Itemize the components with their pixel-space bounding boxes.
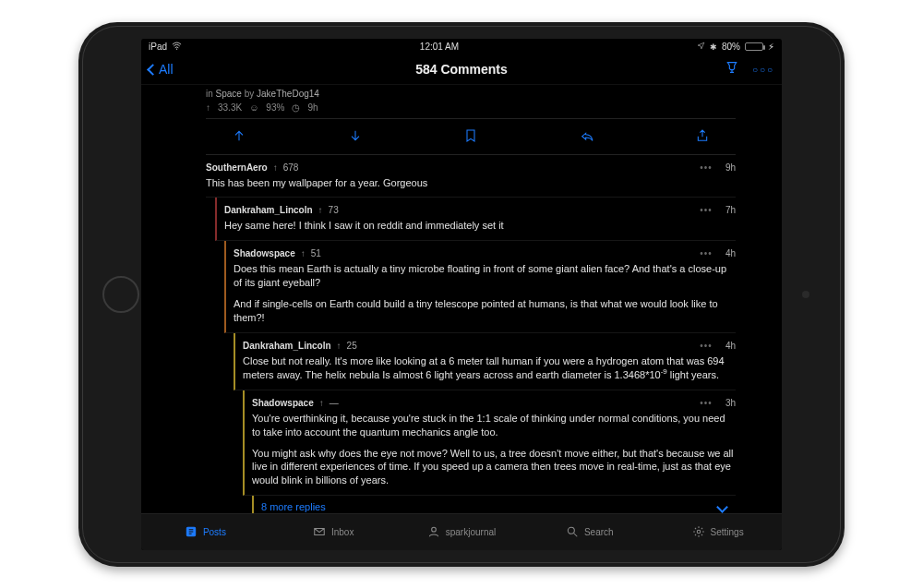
upvote-ratio: 93%: [266, 102, 284, 113]
in-label: in: [206, 89, 213, 99]
comment-age: 7h: [725, 205, 736, 215]
share-button[interactable]: [695, 128, 710, 145]
upvote-arrow-icon: ↑: [337, 341, 342, 351]
comment-author[interactable]: Dankraham_Lincoln: [224, 205, 313, 215]
chevron-down-icon: [716, 501, 728, 513]
bluetooth-icon: ✱: [710, 42, 717, 52]
comments-list: SouthernAero↑678•••9hThis has been my wa…: [206, 155, 736, 497]
comment-score: 51: [311, 248, 321, 258]
comment-score: 678: [283, 162, 299, 173]
svg-point-0: [176, 48, 177, 49]
post-stats: ↑ 33.3K ☺ 93% ◷ 9h: [206, 102, 736, 113]
comment-body: You're overthinking it, because you're s…: [252, 412, 736, 487]
screen: iPad 12:01 AM ✱ 80% ⚡︎ All 58: [141, 39, 782, 550]
upvote-arrow-icon: ↑: [206, 102, 210, 113]
comment-more-button[interactable]: •••: [700, 341, 713, 351]
comment[interactable]: Shadowspace↑—•••3hYou're overthinking it…: [243, 390, 736, 496]
tab-settings-label: Settings: [711, 527, 744, 537]
comment-score: 73: [329, 205, 339, 215]
comment-score: 25: [347, 341, 357, 351]
comment-more-button[interactable]: •••: [700, 162, 713, 173]
comment-body: Does this mean Earth is actually a tiny …: [234, 262, 736, 324]
sort-button[interactable]: [725, 60, 739, 78]
svg-point-2: [431, 527, 436, 532]
more-button[interactable]: ○○○: [752, 65, 774, 75]
back-label: All: [159, 62, 174, 77]
comment-author[interactable]: Shadowspace: [252, 398, 314, 408]
reply-button[interactable]: [580, 128, 594, 145]
front-camera: [802, 291, 809, 298]
comment-more-button[interactable]: •••: [700, 205, 713, 215]
upvote-arrow-icon: ↑: [319, 398, 324, 408]
comment-body: This has been my wallpaper for a year. G…: [206, 176, 736, 190]
upvote-arrow-icon: ↑: [301, 248, 306, 258]
chevron-left-icon: [147, 64, 159, 76]
tab-search[interactable]: Search: [525, 514, 653, 550]
comment-age: 9h: [725, 162, 736, 173]
svg-point-3: [568, 527, 574, 534]
wifi-icon: [172, 42, 182, 52]
clock: 12:01 AM: [420, 42, 459, 52]
ratio-icon: ☺: [249, 102, 258, 113]
comment-author[interactable]: SouthernAero: [206, 162, 268, 173]
charging-icon: ⚡︎: [768, 42, 774, 52]
svg-point-4: [697, 530, 701, 534]
downvote-button[interactable]: [348, 128, 363, 145]
comment-body: Close but not really. It's more like loo…: [243, 354, 736, 382]
battery-icon: [745, 42, 763, 51]
comment-body: Hey same here! I think I saw it on reddi…: [224, 219, 736, 233]
ipad-frame: iPad 12:01 AM ✱ 80% ⚡︎ All 58: [78, 22, 845, 567]
comment[interactable]: Dankraham_Lincoln↑73•••7hHey same here! …: [215, 198, 736, 241]
clock-icon: ◷: [292, 102, 300, 113]
location-icon: [697, 42, 705, 52]
action-bar: [206, 118, 736, 155]
comment-age: 4h: [725, 341, 736, 351]
home-button[interactable]: [102, 276, 139, 313]
device-label: iPad: [149, 42, 167, 52]
more-replies-button[interactable]: 8 more replies: [252, 496, 736, 512]
upvote-arrow-icon: ↑: [273, 162, 278, 173]
comment-more-button[interactable]: •••: [700, 248, 713, 258]
content-scroll[interactable]: in Space by JakeTheDog14 ↑ 33.3K ☺ 93% ◷…: [141, 85, 782, 513]
subreddit-link[interactable]: Space: [216, 89, 242, 99]
comment-author[interactable]: Shadowspace: [234, 248, 295, 258]
back-button[interactable]: All: [149, 62, 174, 77]
status-bar: iPad 12:01 AM ✱ 80% ⚡︎: [141, 39, 782, 55]
by-label: by: [245, 89, 255, 99]
tab-profile[interactable]: sparkjournal: [398, 514, 526, 550]
tab-inbox-label: Inbox: [331, 527, 354, 537]
battery-percent: 80%: [722, 42, 740, 52]
comment[interactable]: SouthernAero↑678•••9hThis has been my wa…: [206, 155, 736, 198]
upvote-count: 33.3K: [218, 102, 242, 113]
navigation-bar: All 584 Comments ○○○: [141, 55, 782, 85]
tab-posts[interactable]: Posts: [141, 514, 270, 550]
tab-search-label: Search: [584, 527, 614, 537]
comment-more-button[interactable]: •••: [700, 398, 713, 408]
comment-age: 4h: [725, 248, 736, 258]
comment[interactable]: Shadowspace↑51•••4hDoes this mean Earth …: [224, 241, 736, 332]
tab-inbox[interactable]: Inbox: [270, 514, 398, 550]
post-age: 9h: [307, 102, 318, 113]
page-title: 584 Comments: [141, 62, 782, 77]
more-replies-label: 8 more replies: [261, 501, 326, 512]
comment-age: 3h: [725, 398, 736, 408]
tab-posts-label: Posts: [203, 527, 226, 537]
tab-settings[interactable]: Settings: [653, 514, 782, 550]
save-button[interactable]: [463, 128, 478, 145]
comment-author[interactable]: Dankraham_Lincoln: [243, 341, 331, 351]
author-link[interactable]: JakeTheDog14: [257, 89, 319, 99]
comment-score: —: [330, 398, 339, 408]
post-meta: in Space by JakeTheDog14: [206, 89, 736, 99]
upvote-arrow-icon: ↑: [318, 205, 323, 215]
upvote-button[interactable]: [232, 128, 246, 145]
comment[interactable]: Dankraham_Lincoln↑25•••4hClose but not r…: [234, 333, 736, 390]
tab-bar: Posts Inbox sparkjournal Search Settings: [141, 513, 782, 550]
tab-profile-label: sparkjournal: [446, 527, 496, 537]
